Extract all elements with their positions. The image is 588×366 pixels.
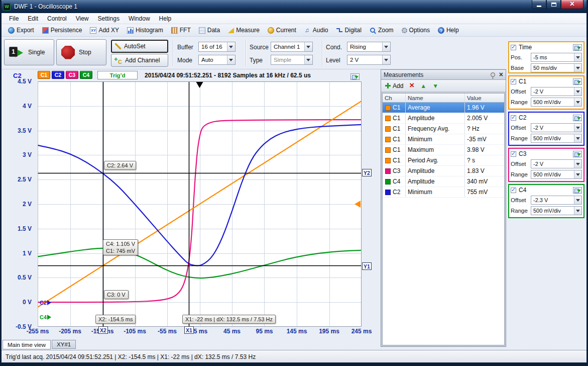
measurement-row[interactable]: C2 Minimum 755 mV xyxy=(383,187,504,198)
menu-item[interactable]: Edit xyxy=(23,14,43,24)
mode-value: Auto xyxy=(199,57,222,63)
condition-select[interactable]: Rising xyxy=(347,42,391,52)
toolbar-button[interactable]: FFT xyxy=(168,26,194,35)
channel-color-swatch xyxy=(385,126,391,132)
y-axis-ticks: 4.5 V 4 V 3.5 V 3 V 2.5 V 2 V 1.5 V 1 V … xyxy=(0,81,35,327)
delete-measurement-button[interactable] xyxy=(409,82,414,89)
view-tab[interactable]: XY#1 xyxy=(52,340,76,349)
toolbar-button[interactable]: Histogram xyxy=(124,26,167,35)
x2-cursor-flag[interactable]: X2 xyxy=(98,326,108,334)
toolbar-button[interactable]: Persistence xyxy=(39,26,86,35)
measurement-row[interactable]: C4 Amplitude 340 mV xyxy=(383,176,504,187)
toolbar-button[interactable]: Add XY xyxy=(86,26,123,35)
measurement-value: 340 mV xyxy=(465,176,504,187)
menu-item[interactable]: View xyxy=(71,14,93,24)
autoset-button[interactable]: AutoSet xyxy=(111,40,168,53)
channel-offset-marker[interactable]: C4 xyxy=(40,314,51,320)
c3-cursor-tooltip: C3: 0 V xyxy=(104,290,129,299)
close-button[interactable] xyxy=(561,0,583,9)
channel-range-select[interactable]: 500 mV/div xyxy=(531,98,582,107)
channel-offset-marker[interactable]: C2 xyxy=(40,300,51,306)
measurement-channel: C3 xyxy=(393,167,400,174)
channel-checkbox[interactable] xyxy=(511,151,516,157)
toolbar-button[interactable]: Audio xyxy=(301,26,332,35)
separator xyxy=(322,40,322,66)
channel-options-icon[interactable] xyxy=(573,115,582,121)
minimize-button[interactable] xyxy=(532,0,546,9)
add-channel-button[interactable]: Add Channel xyxy=(111,54,168,67)
move-measurement-up-button[interactable] xyxy=(420,82,426,89)
mode-select[interactable]: Auto xyxy=(198,55,236,65)
menu-item[interactable]: Help xyxy=(155,14,176,24)
measurement-row[interactable]: C1 Minimum -35 mV xyxy=(383,134,504,145)
y-axis-tick-label: 2 V xyxy=(23,201,35,208)
view-tab[interactable]: Main time view xyxy=(3,340,51,349)
measurement-row[interactable]: C1 Average 1.96 V xyxy=(383,103,504,113)
y2-cursor-flag[interactable]: Y2 xyxy=(362,169,372,176)
channel-offset-select[interactable]: -2 V xyxy=(531,123,582,132)
channel-range-value: 500 mV/div xyxy=(531,208,569,214)
right-triangle-icon xyxy=(47,315,51,320)
channel-toggle-button[interactable]: C4 xyxy=(80,71,92,79)
move-measurement-down-button[interactable] xyxy=(432,82,438,89)
stop-button[interactable]: Stop xyxy=(56,39,106,65)
plus-icon xyxy=(385,83,391,88)
menu-item[interactable]: Settings xyxy=(93,14,124,24)
buffer-select[interactable]: 16 of 16 xyxy=(198,42,236,52)
toolbar-button-label: Current xyxy=(276,27,296,34)
toolbar-button[interactable]: Options xyxy=(398,26,433,35)
maximize-button[interactable] xyxy=(546,0,561,9)
add-measurement-button[interactable]: Add xyxy=(385,82,403,89)
measurement-row[interactable]: C1 Frequency Avg. ? Hz xyxy=(383,124,504,134)
channel-options-icon[interactable] xyxy=(573,151,582,157)
add-channel-icon xyxy=(114,57,122,64)
channel-toggle-button[interactable]: C2 xyxy=(52,71,64,79)
channel-offset-select[interactable]: -2 V xyxy=(531,87,582,96)
channel-checkbox[interactable] xyxy=(511,188,516,193)
menu-item[interactable]: Window xyxy=(124,14,155,24)
plot-options-icon[interactable] xyxy=(350,73,360,80)
level-select[interactable]: 2 V xyxy=(347,55,391,65)
stop-button-label: Stop xyxy=(79,49,91,56)
close-panel-icon[interactable] xyxy=(499,71,503,78)
measurement-row[interactable]: C1 Period Avg. ? s xyxy=(383,155,504,166)
channel-offset-select[interactable]: -2 V xyxy=(531,159,582,168)
channel-range-select[interactable]: 500 mV/div xyxy=(531,206,582,215)
channel-offset-select[interactable]: -2.3 V xyxy=(531,196,582,205)
channel-checkbox[interactable] xyxy=(511,79,516,84)
measurement-row[interactable]: C1 Maximum 3.98 V xyxy=(383,145,504,155)
measurement-channel: C1 xyxy=(393,146,400,153)
menu-item[interactable]: Control xyxy=(43,14,71,24)
toolbar-button[interactable]: Digital xyxy=(333,26,365,35)
channel-options-icon[interactable] xyxy=(573,187,582,194)
menu-item[interactable]: File xyxy=(5,14,23,24)
measurement-row[interactable]: C3 Amplitude 1.83 V xyxy=(383,166,504,176)
channel-toggle-button[interactable]: C3 xyxy=(66,71,78,79)
measurements-panel-header[interactable]: Measurements xyxy=(381,70,506,80)
toolbar-button[interactable]: Help xyxy=(434,26,462,35)
condition-value: Rising xyxy=(347,44,375,50)
measurement-row[interactable]: C1 Amplitude 2.005 V xyxy=(383,113,504,124)
oscilloscope-canvas[interactable] xyxy=(38,81,362,327)
channel-range-select[interactable]: 500 mV/div xyxy=(531,170,582,179)
toolbar-button[interactable]: Zoom xyxy=(366,26,397,35)
channel-offset-value: -2 V xyxy=(531,125,552,131)
channel-toggle-button[interactable]: C1 xyxy=(38,71,50,79)
pin-panel-icon[interactable] xyxy=(491,72,495,77)
window-controls xyxy=(532,0,583,9)
x-axis-tick-label: 45 ms xyxy=(223,328,241,335)
toolbar-button[interactable]: Export xyxy=(5,26,38,35)
single-button[interactable]: Single xyxy=(4,39,54,65)
toolbar-button[interactable]: Measure xyxy=(224,26,263,35)
toolbar-button[interactable]: Data xyxy=(195,26,223,35)
type-select[interactable]: Simple xyxy=(271,55,313,65)
source-select[interactable]: Channel 1 xyxy=(271,42,313,52)
y1-cursor-flag[interactable]: Y1 xyxy=(362,262,372,270)
toolbar-button[interactable]: Current xyxy=(264,26,300,35)
channel-checkbox[interactable] xyxy=(511,115,516,121)
channel-settings-box: C3 Offset -2 V Range 500 mV/div xyxy=(508,148,584,182)
x1-cursor-flag[interactable]: X1 xyxy=(184,326,194,334)
channel-options-icon[interactable] xyxy=(573,78,582,85)
title-bar[interactable]: DWF 1 - Oscilloscope 1 xyxy=(0,0,588,13)
channel-range-select[interactable]: 500 mV/div xyxy=(531,134,582,143)
